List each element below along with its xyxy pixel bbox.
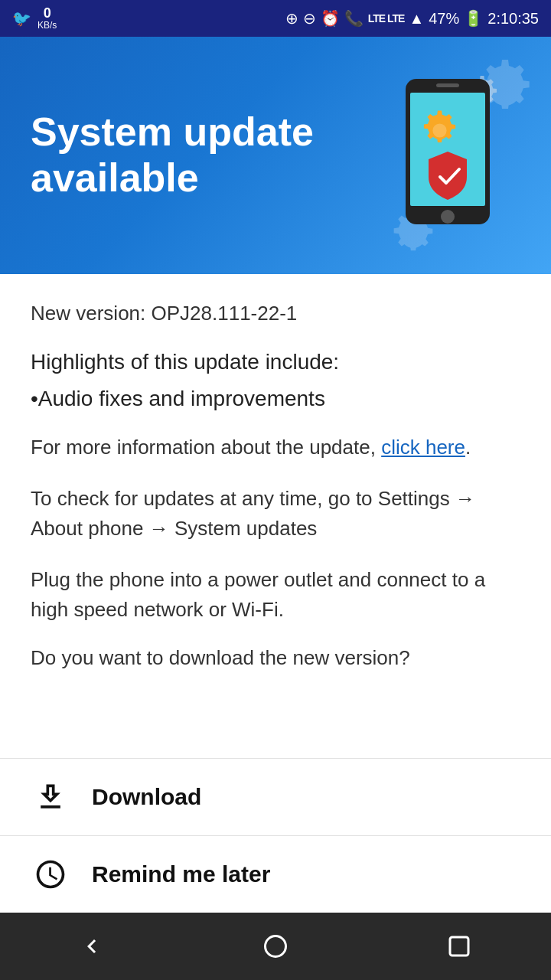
highlights-title: Highlights of this update include: (31, 350, 520, 374)
twitter-icon: 🐦 (12, 9, 31, 28)
svg-point-5 (432, 123, 446, 137)
alarm-icon: ⏰ (321, 9, 340, 28)
home-icon (262, 933, 289, 960)
status-right: ⊕ ⊖ ⏰ 📞 LTE LTE ▲ 47% 🔋 2:10:35 (285, 9, 539, 28)
status-bar: 🐦 0 KB/s ⊕ ⊖ ⏰ 📞 LTE LTE ▲ 47% 🔋 2:10:35 (0, 0, 551, 37)
time: 2:10:35 (487, 10, 539, 28)
battery-icon: 🔋 (464, 9, 483, 28)
back-button[interactable] (69, 923, 115, 969)
bullet-audio: •Audio fixes and improvements (31, 387, 520, 411)
svg-rect-7 (450, 937, 468, 956)
more-info-suffix: . (465, 436, 471, 459)
download-label: Download (92, 784, 201, 810)
recents-button[interactable] (436, 923, 482, 969)
minus-icon: ⊖ (303, 9, 316, 28)
svg-rect-2 (436, 83, 459, 87)
settings-path-text: To check for updates at any time, go to … (31, 484, 520, 544)
call-icon: 📞 (344, 9, 364, 28)
content-area: New version: OPJ28.111-22-1 Highlights o… (0, 274, 551, 758)
lte-icon: LTE LTE (368, 12, 405, 24)
nav-bar (0, 913, 551, 980)
remind-label: Remind me later (92, 861, 270, 887)
download-button[interactable]: Download (0, 759, 551, 835)
enhance-icon: ⊕ (285, 9, 298, 28)
recents-icon (445, 933, 473, 960)
more-info-text: For more information about the update, c… (31, 433, 520, 462)
status-left: 🐦 0 KB/s (12, 6, 57, 31)
header-banner: System update available (0, 37, 551, 274)
data-speed: 0 KB/s (37, 6, 57, 31)
clock-icon (31, 854, 70, 894)
page-title: System update available (31, 109, 321, 201)
plug-info-text: Plug the phone into a power outlet and c… (31, 565, 520, 625)
phone-illustration (360, 64, 536, 247)
remind-later-button[interactable]: Remind me later (0, 836, 551, 913)
home-button[interactable] (253, 923, 298, 969)
svg-point-3 (441, 210, 455, 224)
download-question: Do you want to download the new version? (31, 646, 520, 670)
download-icon (31, 777, 70, 817)
battery-percent: 47% (429, 10, 459, 28)
back-icon (78, 933, 106, 960)
signal-icon: ▲ (409, 10, 424, 28)
version-text: New version: OPJ28.111-22-1 (31, 302, 520, 325)
click-here-link[interactable]: click here (381, 436, 465, 459)
more-info-prefix: For more information about the update, (31, 436, 381, 459)
svg-point-6 (266, 936, 286, 957)
